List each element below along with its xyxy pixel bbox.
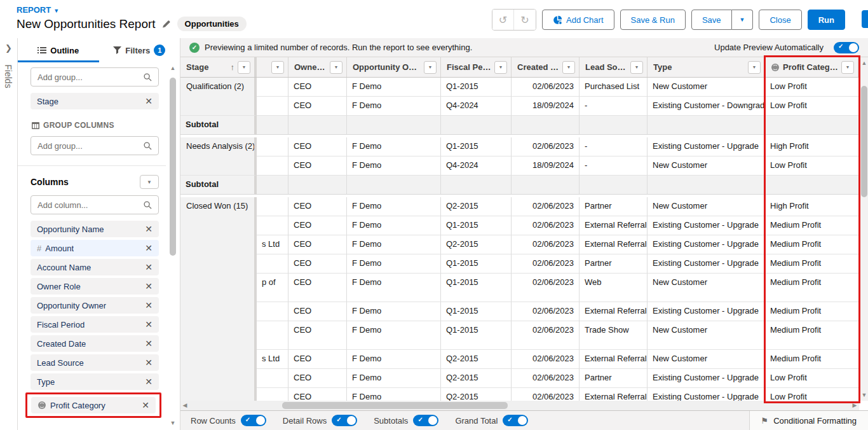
scroll-down-icon[interactable]: ▼ [168, 419, 177, 427]
column-menu-button-lead-source[interactable]: ▼ [630, 61, 643, 74]
add-row-group-input[interactable] [37, 73, 133, 82]
table-row[interactable]: CEOF DemoQ2-201502/06/2023PartnerNew Cus… [257, 197, 859, 216]
remove-column-icon[interactable]: ✕ [145, 377, 153, 387]
table-row[interactable]: CEOF DemoQ2-201502/06/2023PartnerExistin… [257, 369, 859, 388]
remove-group-icon[interactable]: ✕ [145, 96, 153, 106]
table-row[interactable]: CEOF DemoQ1-201502/06/2023Trade ShowNew … [257, 321, 859, 350]
cell-fiscal-period: Q1-2015 [441, 254, 512, 274]
edit-title-icon[interactable] [162, 20, 171, 29]
column-pill-type[interactable]: Type✕ [31, 373, 159, 390]
conditional-formatting-button[interactable]: ⚑ Conditional Formatting [749, 411, 868, 430]
fields-panel-collapsed: ❯ Fields [0, 38, 18, 430]
subtotals-toggle[interactable]: ✓ [413, 415, 438, 426]
column-pill-profit-category[interactable]: Profit Category✕ [31, 397, 156, 413]
remove-column-icon[interactable]: ✕ [145, 319, 153, 329]
column-menu-button-owner-role[interactable]: ▼ [330, 61, 342, 74]
table-row[interactable]: p ofCEOF DemoQ1-201502/06/2023WebNew Cus… [257, 274, 859, 302]
tab-outline[interactable]: Outline [18, 38, 99, 62]
cell-profit-category: Medium Profit [765, 254, 858, 274]
save-and-run-button[interactable]: Save & Run [620, 10, 686, 30]
remove-column-icon[interactable]: ✕ [145, 338, 153, 349]
column-pill-fiscal-period[interactable]: Fiscal Period✕ [31, 316, 159, 333]
add-chart-button[interactable]: Add Chart [542, 10, 614, 30]
remove-column-icon[interactable]: ✕ [142, 400, 149, 410]
scroll-up-icon[interactable]: ▲ [168, 64, 177, 73]
sidebar-scrollbar[interactable]: ▲ ▼ [168, 64, 177, 427]
scrollbar-thumb[interactable] [861, 86, 867, 197]
table-row[interactable]: CEOF DemoQ2-201502/06/2023External Refer… [257, 388, 859, 401]
redo-button[interactable]: ↻ [514, 10, 536, 30]
scrollbar-thumb[interactable] [282, 402, 508, 409]
column-pill-account-name[interactable]: Account Name✕ [31, 259, 159, 275]
close-button[interactable]: Close [759, 10, 801, 30]
column-menu-button-opportunity-owner[interactable]: ▼ [424, 61, 437, 74]
column-pill-owner-role[interactable]: Owner Role✕ [31, 278, 159, 295]
save-menu-button[interactable]: ▼ [732, 10, 754, 30]
grand-total-toggle[interactable]: ✓ [503, 415, 528, 426]
column-menu-button-hidden[interactable]: ▼ [271, 61, 284, 74]
save-button[interactable]: Save [691, 10, 732, 30]
remove-column-icon[interactable]: ✕ [145, 357, 153, 368]
row-group-pill-stage[interactable]: Stage✕ [31, 93, 159, 109]
table-vertical-scrollbar[interactable]: ▲ ▼ [859, 57, 868, 401]
cell-fiscal-period: Q4-2024 [441, 156, 512, 176]
cell-opportunity-owner: F Demo [347, 350, 441, 369]
column-menu-button-type[interactable]: ▼ [748, 61, 761, 74]
table-row[interactable]: CEOF DemoQ1-201502/06/2023PartnerExistin… [257, 254, 859, 274]
cell-owner-role: CEO [288, 137, 347, 156]
detail-rows-toggle[interactable]: ✓ [332, 415, 357, 426]
undo-button[interactable]: ↺ [492, 10, 514, 30]
add-column-group-input[interactable] [37, 141, 133, 151]
column-pill-amount[interactable]: #Amount✕ [31, 240, 159, 256]
table-row[interactable]: CEOF DemoQ1-201502/06/2023External Refer… [257, 216, 859, 235]
column-pill-lead-source[interactable]: Lead Source✕ [31, 354, 159, 371]
remove-column-icon[interactable]: ✕ [145, 281, 153, 291]
table-horizontal-scrollbar[interactable]: ◀ ▶ [180, 401, 859, 410]
scroll-left-icon[interactable]: ◀ [180, 401, 189, 410]
report-type-menu[interactable]: REPORT▼ [17, 5, 59, 15]
remove-column-icon[interactable]: ✕ [145, 243, 153, 253]
numeric-field-icon: # [37, 244, 41, 253]
row-counts-toggle[interactable]: ✓ [241, 415, 266, 426]
cell-lead-source: Purchased List [580, 78, 648, 97]
column-pill-label: #Amount [37, 244, 74, 253]
report-builder-app: REPORT▼ New Opportunities Report Opportu… [0, 0, 868, 430]
remove-column-icon[interactable]: ✕ [145, 224, 153, 234]
column-pill-opportunity-name[interactable]: Opportunity Name✕ [31, 221, 159, 237]
column-menu-button-fiscal-period[interactable]: ▼ [494, 61, 507, 74]
scroll-right-icon[interactable]: ▶ [850, 401, 859, 410]
table-row[interactable]: CEOF DemoQ1-201502/06/2023-Existing Cust… [257, 137, 859, 156]
expand-fields-icon[interactable]: ❯ [5, 43, 12, 53]
run-button[interactable]: Run [808, 10, 845, 30]
columns-menu-button[interactable]: ▼ [140, 175, 159, 189]
table-row[interactable]: s LtdCEOF DemoQ2-201502/06/2023External … [257, 350, 859, 369]
edge-panel-button[interactable] [862, 10, 868, 28]
cell-profit-category: Medium Profit [765, 235, 858, 254]
column-menu-button-created-date[interactable]: ▼ [562, 61, 575, 74]
preview-message: Previewing a limited number of records. … [205, 43, 472, 52]
column-pill-opportunity-owner[interactable]: Opportunity Owner✕ [31, 297, 159, 314]
table-row[interactable]: CEOF DemoQ4-202418/09/2024-Existing Cust… [257, 97, 859, 116]
add-column-input[interactable] [37, 200, 133, 210]
scroll-up-icon[interactable]: ▲ [860, 59, 868, 67]
column-menu-button-profit-category[interactable]: ▼ [841, 61, 854, 74]
check-icon: ✓ [245, 416, 250, 423]
outline-icon [37, 46, 46, 54]
table-row[interactable]: CEOF DemoQ1-201502/06/2023External Refer… [257, 302, 859, 321]
group-rows: CEOF DemoQ1-201502/06/2023-Existing Cust… [257, 137, 859, 176]
save-split-button: Save ▼ [691, 10, 754, 30]
subtotal-empty-cell [580, 176, 648, 195]
cell-fiscal-period: Q1-2015 [441, 302, 512, 321]
update-preview-toggle[interactable]: ✓ [834, 42, 859, 53]
scroll-down-icon[interactable]: ▼ [860, 391, 868, 399]
table-row[interactable]: CEOF DemoQ1-201502/06/2023Purchased List… [257, 78, 859, 97]
table-row[interactable]: s LtdCEOF DemoQ2-201502/06/2023External … [257, 235, 859, 254]
remove-column-icon[interactable]: ✕ [145, 300, 153, 310]
column-menu-button-stage[interactable]: ▼ [238, 61, 250, 74]
cell-account [257, 321, 288, 350]
column-pill-created-date[interactable]: Created Date✕ [31, 335, 159, 352]
tab-filters[interactable]: Filters 1 [99, 38, 180, 62]
table-row[interactable]: CEOF DemoQ4-202418/09/2024-New CustomerL… [257, 156, 859, 176]
scrollbar-thumb[interactable] [170, 78, 176, 256]
remove-column-icon[interactable]: ✕ [145, 262, 153, 272]
